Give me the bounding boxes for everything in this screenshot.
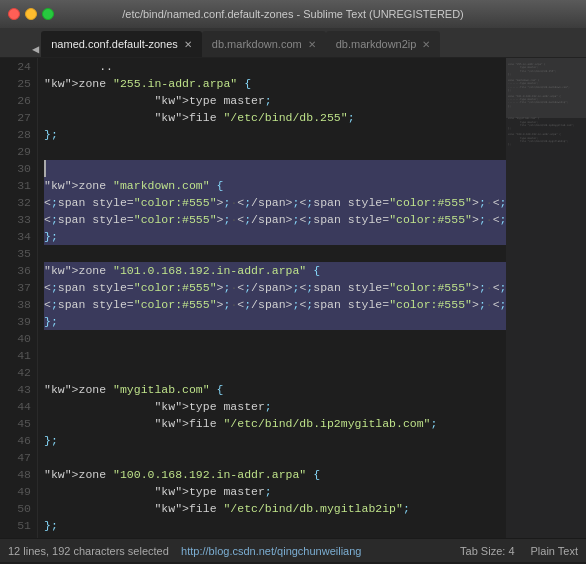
- maximize-button[interactable]: [42, 8, 54, 20]
- minimap-content: zone "255.in-addr.arpa" { type master; f…: [506, 58, 586, 538]
- code-line[interactable]: "kw">zone "markdown.com" {: [44, 177, 506, 194]
- code-line[interactable]: <;span style="color:#555">;·<;/span>;<;s…: [44, 211, 506, 228]
- line-number: 24: [0, 58, 31, 75]
- code-line[interactable]: "kw">zone "255.in-addr.arpa" {: [44, 75, 506, 92]
- line-number: 52: [0, 534, 31, 538]
- line-number: 28: [0, 126, 31, 143]
- code-line[interactable]: [44, 245, 506, 262]
- line-number: 51: [0, 517, 31, 534]
- tab-close-icon[interactable]: ✕: [422, 39, 430, 50]
- code-line[interactable]: [44, 449, 506, 466]
- code-line[interactable]: "kw">file "/etc/bind/db.mygitlab2ip";: [44, 500, 506, 517]
- line-number: 32: [0, 194, 31, 211]
- code-line[interactable]: <;span style="color:#555">;·<;/span>;<;s…: [44, 296, 506, 313]
- code-line[interactable]: <;span style="color:#555">;·<;/span>;<;s…: [44, 279, 506, 296]
- line-number: 26: [0, 92, 31, 109]
- code-area[interactable]: .."kw">zone "255.in-addr.arpa" { "kw">ty…: [38, 58, 506, 538]
- code-line[interactable]: ..: [44, 58, 506, 75]
- close-button[interactable]: [8, 8, 20, 20]
- minimap[interactable]: zone "255.in-addr.arpa" { type master; f…: [506, 58, 586, 538]
- code-line[interactable]: };: [44, 228, 506, 245]
- line-number: 34: [0, 228, 31, 245]
- tab-label: named.conf.default-zones: [51, 38, 178, 50]
- code-line[interactable]: [44, 160, 506, 177]
- code-line[interactable]: [44, 364, 506, 381]
- code-line[interactable]: "kw">zone "100.0.168.192.in-addr.arpa" {: [44, 466, 506, 483]
- code-line[interactable]: };: [44, 126, 506, 143]
- tab-label: db.markdown.com: [212, 38, 302, 50]
- code-line[interactable]: };: [44, 313, 506, 330]
- tab-db-markdown2ip[interactable]: db.markdown2ip✕: [326, 31, 441, 57]
- code-line[interactable]: "kw">type master;: [44, 92, 506, 109]
- line-number: 30: [0, 160, 31, 177]
- statusbar-left: 12 lines, 192 characters selected http:/…: [8, 545, 450, 557]
- line-number: 25: [0, 75, 31, 92]
- line-number: 47: [0, 449, 31, 466]
- line-number: 37: [0, 279, 31, 296]
- tab-size[interactable]: Tab Size: 4: [460, 545, 514, 557]
- syntax[interactable]: Plain Text: [531, 545, 579, 557]
- code-line[interactable]: };: [44, 517, 506, 534]
- statusbar-link[interactable]: http://blog.csdn.net/qingchunweiliang: [181, 545, 361, 557]
- selection-info: 12 lines, 192 characters selected: [8, 545, 169, 557]
- code-line[interactable]: };: [44, 432, 506, 449]
- line-number: 50: [0, 500, 31, 517]
- tab-db-markdown-com[interactable]: db.markdown.com✕: [202, 31, 326, 57]
- line-number: 40: [0, 330, 31, 347]
- line-number: 43: [0, 381, 31, 398]
- code-line[interactable]: "kw">file "/etc/bind/db.255";: [44, 109, 506, 126]
- tab-named-conf-default-zones[interactable]: named.conf.default-zones✕: [41, 31, 202, 57]
- editor: 2425262728293031323334353637383940414243…: [0, 58, 586, 538]
- line-number: 29: [0, 143, 31, 160]
- tab-close-icon[interactable]: ✕: [184, 39, 192, 50]
- line-number: 36: [0, 262, 31, 279]
- line-number: 44: [0, 398, 31, 415]
- code-line[interactable]: [44, 330, 506, 347]
- line-number: 27: [0, 109, 31, 126]
- line-number: 41: [0, 347, 31, 364]
- tabbar-wrapper: ◀ ▶ named.conf.default-zones✕db.markdown…: [0, 28, 586, 58]
- window-title: /etc/bind/named.conf.default-zones - Sub…: [122, 8, 464, 20]
- line-number: 38: [0, 296, 31, 313]
- line-number: 31: [0, 177, 31, 194]
- titlebar: /etc/bind/named.conf.default-zones - Sub…: [0, 0, 586, 28]
- code-line[interactable]: "kw">zone "101.0.168.192.in-addr.arpa" {: [44, 262, 506, 279]
- minimize-button[interactable]: [25, 8, 37, 20]
- line-number: 48: [0, 466, 31, 483]
- statusbar-right: Tab Size: 4 Plain Text: [460, 545, 578, 557]
- code-line[interactable]: "kw">type master;: [44, 398, 506, 415]
- traffic-lights[interactable]: [8, 8, 54, 20]
- tabbar: ◀ ▶ named.conf.default-zones✕db.markdown…: [0, 28, 586, 58]
- tab-label: db.markdown2ip: [336, 38, 417, 50]
- line-number: 42: [0, 364, 31, 381]
- line-number: 46: [0, 432, 31, 449]
- code-line[interactable]: "kw">file "/etc/bind/db.ip2mygitlab.com"…: [44, 415, 506, 432]
- code-line[interactable]: "kw">zone "mygitlab.com" {: [44, 381, 506, 398]
- line-number: 49: [0, 483, 31, 500]
- gutter: 2425262728293031323334353637383940414243…: [0, 58, 38, 538]
- code-line[interactable]: "kw">type master;: [44, 483, 506, 500]
- tab-close-icon[interactable]: ✕: [308, 39, 316, 50]
- code-line[interactable]: [44, 347, 506, 364]
- line-number: 33: [0, 211, 31, 228]
- statusbar: 12 lines, 192 characters selected http:/…: [0, 538, 586, 562]
- code-line[interactable]: [44, 534, 506, 538]
- line-number: 39: [0, 313, 31, 330]
- nav-arrow-left[interactable]: ◀: [30, 42, 41, 57]
- code-line[interactable]: <;span style="color:#555">;·<;/span>;<;s…: [44, 194, 506, 211]
- code-line[interactable]: [44, 143, 506, 160]
- line-number: 35: [0, 245, 31, 262]
- line-number: 45: [0, 415, 31, 432]
